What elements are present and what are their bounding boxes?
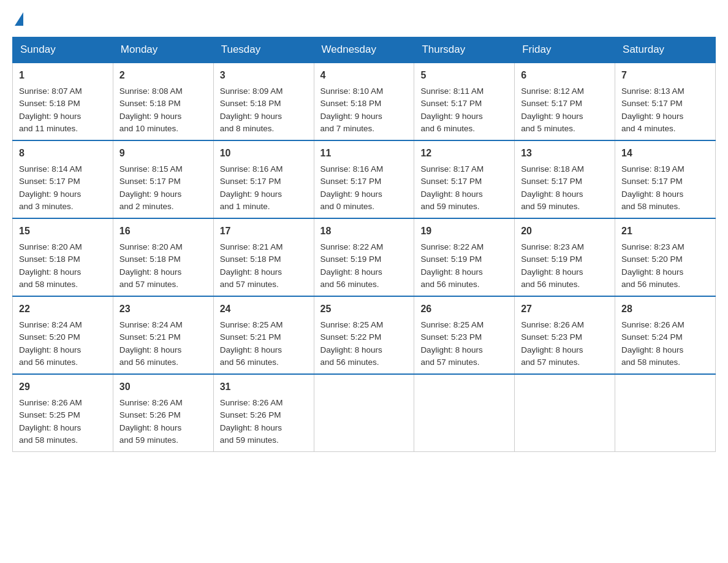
sunset-text: Sunset: 5:17 PM [420,177,482,186]
daylight-continuation: and 6 minutes. [420,124,475,133]
calendar-day-cell: 1Sunrise: 8:07 AMSunset: 5:18 PMDaylight… [13,63,113,140]
sunrise-text: Sunrise: 8:23 AM [521,242,584,251]
logo [12,12,23,25]
sunrise-text: Sunrise: 8:18 AM [521,164,584,174]
calendar-week-row: 8Sunrise: 8:14 AMSunset: 5:17 PMDaylight… [13,140,716,218]
daylight-text: Daylight: 9 hours [19,190,81,199]
daylight-text: Daylight: 8 hours [119,267,181,277]
day-number: 16 [119,224,207,239]
sunset-text: Sunset: 5:23 PM [521,332,582,342]
calendar-day-header: Wednesday [314,37,414,63]
calendar-day-header: Sunday [13,37,113,63]
day-number: 23 [119,302,207,316]
sunset-text: Sunset: 5:18 PM [119,99,181,108]
calendar-week-row: 22Sunrise: 8:24 AMSunset: 5:20 PMDayligh… [13,296,716,374]
daylight-continuation: and 4 minutes. [621,124,676,133]
calendar-week-row: 1Sunrise: 8:07 AMSunset: 5:18 PMDaylight… [13,63,716,140]
sunset-text: Sunset: 5:20 PM [621,255,683,264]
sunset-text: Sunset: 5:20 PM [19,332,80,342]
daylight-continuation: and 0 minutes. [320,202,375,211]
sunset-text: Sunset: 5:18 PM [320,99,382,108]
day-number: 24 [220,302,308,316]
calendar-day-cell: 31Sunrise: 8:26 AMSunset: 5:26 PMDayligh… [213,374,314,452]
daylight-continuation: and 59 minutes. [220,435,279,445]
sunrise-text: Sunrise: 8:22 AM [320,242,384,251]
calendar-day-cell: 20Sunrise: 8:23 AMSunset: 5:19 PMDayligh… [515,218,615,296]
day-number: 26 [420,302,508,316]
sunrise-text: Sunrise: 8:09 AM [220,86,283,96]
daylight-continuation: and 11 minutes. [19,124,78,133]
calendar-day-cell: 5Sunrise: 8:11 AMSunset: 5:17 PMDaylight… [414,63,515,140]
calendar-day-cell: 27Sunrise: 8:26 AMSunset: 5:23 PMDayligh… [515,296,615,374]
calendar-day-cell: 28Sunrise: 8:26 AMSunset: 5:24 PMDayligh… [615,296,716,374]
sunrise-text: Sunrise: 8:12 AM [521,86,584,96]
calendar-header-row: SundayMondayTuesdayWednesdayThursdayFrid… [13,37,716,63]
day-number: 28 [621,302,709,316]
daylight-continuation: and 58 minutes. [19,435,78,445]
calendar-day-cell: 26Sunrise: 8:25 AMSunset: 5:23 PMDayligh… [414,296,515,374]
day-number: 14 [621,146,709,161]
sunrise-text: Sunrise: 8:20 AM [19,242,82,251]
daylight-continuation: and 57 minutes. [420,358,479,367]
day-number: 4 [320,68,408,83]
calendar-day-cell: 13Sunrise: 8:18 AMSunset: 5:17 PMDayligh… [515,140,615,218]
calendar-day-cell [515,374,615,452]
sunrise-text: Sunrise: 8:26 AM [621,320,684,329]
day-number: 5 [420,68,508,83]
calendar-day-cell: 2Sunrise: 8:08 AMSunset: 5:18 PMDaylight… [113,63,213,140]
sunset-text: Sunset: 5:17 PM [119,177,181,186]
sunset-text: Sunset: 5:26 PM [119,410,181,419]
sunrise-text: Sunrise: 8:16 AM [220,164,283,174]
daylight-text: Daylight: 8 hours [521,267,583,277]
calendar-day-cell: 11Sunrise: 8:16 AMSunset: 5:17 PMDayligh… [314,140,414,218]
daylight-continuation: and 58 minutes. [621,202,680,211]
sunset-text: Sunset: 5:18 PM [220,99,281,108]
calendar-day-cell: 22Sunrise: 8:24 AMSunset: 5:20 PMDayligh… [13,296,113,374]
sunrise-text: Sunrise: 8:17 AM [420,164,483,174]
daylight-text: Daylight: 9 hours [420,112,482,121]
day-number: 8 [19,146,107,161]
daylight-text: Daylight: 8 hours [320,267,382,277]
sunset-text: Sunset: 5:21 PM [119,332,181,342]
daylight-continuation: and 56 minutes. [220,358,279,367]
daylight-continuation: and 58 minutes. [621,358,680,367]
sunset-text: Sunset: 5:23 PM [420,332,482,342]
daylight-text: Daylight: 8 hours [19,423,81,432]
daylight-text: Daylight: 9 hours [220,112,282,121]
sunset-text: Sunset: 5:17 PM [420,99,482,108]
calendar-day-cell: 29Sunrise: 8:26 AMSunset: 5:25 PMDayligh… [13,374,113,452]
calendar-day-header: Friday [515,37,615,63]
sunrise-text: Sunrise: 8:14 AM [19,164,82,174]
day-number: 13 [521,146,609,161]
day-number: 29 [19,380,107,394]
day-number: 9 [119,146,207,161]
sunrise-text: Sunrise: 8:23 AM [621,242,684,251]
sunrise-text: Sunrise: 8:24 AM [19,320,82,329]
day-number: 21 [621,224,709,239]
daylight-continuation: and 3 minutes. [19,202,74,211]
sunrise-text: Sunrise: 8:13 AM [621,86,684,96]
daylight-text: Daylight: 8 hours [119,345,181,354]
sunset-text: Sunset: 5:17 PM [320,177,382,186]
daylight-text: Daylight: 8 hours [320,345,382,354]
calendar-week-row: 15Sunrise: 8:20 AMSunset: 5:18 PMDayligh… [13,218,716,296]
daylight-text: Daylight: 9 hours [621,112,683,121]
daylight-continuation: and 59 minutes. [521,202,580,211]
daylight-continuation: and 2 minutes. [119,202,174,211]
daylight-continuation: and 56 minutes. [19,358,78,367]
daylight-text: Daylight: 8 hours [621,190,683,199]
day-number: 18 [320,224,408,239]
calendar-day-cell: 23Sunrise: 8:24 AMSunset: 5:21 PMDayligh… [113,296,213,374]
day-number: 20 [521,224,609,239]
sunset-text: Sunset: 5:19 PM [521,255,582,264]
sunrise-text: Sunrise: 8:24 AM [119,320,183,329]
daylight-text: Daylight: 8 hours [420,345,482,354]
daylight-text: Daylight: 8 hours [621,267,683,277]
calendar-day-cell: 6Sunrise: 8:12 AMSunset: 5:17 PMDaylight… [515,63,615,140]
sunrise-text: Sunrise: 8:11 AM [420,86,483,96]
calendar-day-cell: 9Sunrise: 8:15 AMSunset: 5:17 PMDaylight… [113,140,213,218]
calendar-day-cell [414,374,515,452]
sunrise-text: Sunrise: 8:15 AM [119,164,183,174]
day-number: 22 [19,302,107,316]
sunset-text: Sunset: 5:18 PM [220,255,281,264]
